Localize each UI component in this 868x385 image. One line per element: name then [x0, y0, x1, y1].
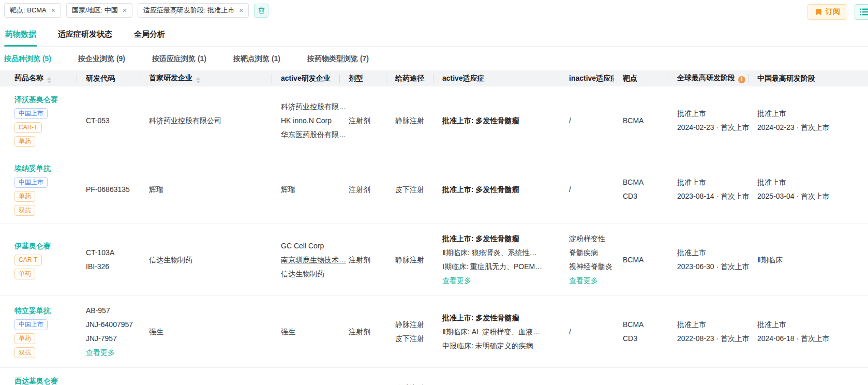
sort-up-icon: [196, 77, 200, 80]
subscribe-button[interactable]: 订阅: [807, 4, 847, 20]
filter-tag-label: 靶点: BCMA: [10, 6, 47, 15]
code-value: JNJ-4528: [86, 381, 134, 385]
dosage_form-value: 注射剂: [349, 253, 381, 267]
drug-name-link[interactable]: 泽沃基奥仑赛: [14, 94, 71, 105]
first_company-value: 科济药业控股有限公司: [149, 114, 266, 128]
code-value: CT-053: [86, 114, 134, 128]
active_indications-value: Ⅱ期临床: 狼疮肾炎、系统性…: [442, 246, 555, 260]
tab-drug-data[interactable]: 药物数据: [4, 25, 37, 46]
close-icon[interactable]: ×: [123, 7, 127, 14]
code-value: IBI-326: [86, 260, 134, 274]
cell-global_stage: 批准上市2023-06-30 · 首次上市: [668, 224, 748, 296]
subtab-by-drug-type[interactable]: 按药物类型浏览 (7): [307, 54, 369, 64]
trash-icon: [258, 7, 265, 14]
route-value: 静脉注射: [395, 381, 428, 385]
close-icon[interactable]: ×: [239, 7, 243, 14]
tag-wrap: 单药: [14, 191, 71, 202]
column-header-first_company[interactable]: 首家研发企业: [140, 70, 272, 86]
cell-first_company: 南京传奇生物科技有限公司: [140, 368, 272, 385]
view-more-link[interactable]: 查看更多: [86, 346, 134, 360]
cell-route: 皮下注射: [386, 155, 433, 224]
global_stage-value: 批准上市: [677, 175, 743, 189]
cell-global_stage: 批准上市2023-08-14 · 首次上市: [668, 155, 748, 224]
drug-name-link[interactable]: 特立妥单抗: [14, 305, 71, 316]
active_companies-value: HK inno.N Corp: [281, 114, 334, 128]
cell-target: BCMACD3: [613, 296, 668, 368]
cell-route: 静脉注射: [386, 86, 433, 155]
tab-indication-status[interactable]: 适应症研发状态: [57, 25, 113, 46]
active_companies-value: 强生: [281, 325, 334, 339]
view-more-link[interactable]: 查看更多: [569, 274, 608, 288]
subtab-by-drug[interactable]: 按品种浏览 (5): [4, 54, 51, 64]
drug-name-link[interactable]: 伊基奥仑赛: [14, 241, 71, 251]
filter-tag-label: 适应症最高研发阶段: 批准上市: [143, 6, 234, 15]
cell-active_companies: 强生南京传奇生物科技…: [272, 368, 339, 385]
drug-tag: 双抗: [14, 347, 35, 358]
filter-tag-stage[interactable]: 适应症最高研发阶段: 批准上市 ×: [138, 3, 249, 18]
cell-name: 西达基奥仑赛中国上市CAR-T单药: [0, 368, 77, 385]
subscribe-label: 订阅: [826, 7, 840, 17]
tag-wrap: 中国上市: [14, 319, 71, 330]
tag-wrap: 单药: [14, 269, 71, 279]
drug-tag: 中国上市: [14, 177, 48, 188]
column-header-name[interactable]: 药品名称: [0, 70, 77, 86]
code-value: JNJ-64007957: [86, 318, 134, 332]
sort-icon[interactable]: [196, 77, 200, 83]
tag-wrap: CAR-T: [14, 255, 71, 265]
cell-code: PF-06863135: [77, 155, 140, 224]
subtab-by-target[interactable]: 按靶点浏览 (1): [233, 54, 280, 64]
bookmark-icon: [815, 8, 822, 16]
sort-icon[interactable]: [47, 77, 51, 83]
active_indications-value: 批准上市: 多发性骨髓瘤: [442, 114, 555, 128]
drug-tag: 单药: [14, 269, 35, 279]
view-more-link[interactable]: 查看更多: [442, 274, 555, 288]
active_indications-value: Ⅰ期临床: 重症肌无力、POEM…: [442, 260, 555, 274]
global_stage-value: 2024-02-23 · 首次上市: [677, 121, 743, 135]
code-value: PF-06863135: [86, 183, 134, 197]
filter-tag-target[interactable]: 靶点: BCMA ×: [4, 3, 61, 18]
inactive_indications-value: /: [569, 114, 608, 128]
cell-name: 特立妥单抗中国上市单药双抗: [0, 296, 77, 368]
column-label: 给药途径: [395, 74, 424, 82]
cell-code: AB-957JNJ-64007957JNJ-7957查看更多: [77, 296, 140, 368]
route-value: 皮下注射: [395, 332, 428, 346]
close-icon[interactable]: ×: [51, 7, 55, 14]
drug-name-link[interactable]: 西达基奥仑赛: [14, 376, 71, 385]
cell-active_indications: 批准上市: 多发性骨髓瘤Ⅱ期临床: 狼疮肾炎、系统性…Ⅰ期临床: 重症肌无力、P…: [433, 224, 560, 296]
cell-code: CT-103AIBI-326: [77, 224, 140, 296]
subtab-by-company[interactable]: 按企业浏览 (9): [78, 54, 125, 64]
first_company-value: 辉瑞: [149, 183, 266, 197]
column-header-china_stage: 中国最高研发阶段: [748, 70, 868, 86]
drug-name-link[interactable]: 埃纳妥单抗: [14, 163, 71, 174]
info-icon[interactable]: i: [738, 76, 745, 83]
column-header-target: 靶点: [613, 70, 668, 86]
filter-tag-country[interactable]: 国家/地区: 中国 ×: [66, 3, 132, 18]
route-value: 皮下注射: [395, 183, 428, 197]
active_indications-value: 申报临床: 未明确定义的疾病: [442, 339, 555, 353]
cell-global_stage: 批准上市2022-08-23 · 首次上市: [668, 296, 748, 368]
route-value: 静脉注射: [395, 114, 428, 128]
subtab-by-indication[interactable]: 按适应症浏览 (1): [152, 54, 206, 64]
sort-down-icon: [47, 81, 51, 83]
main-tabs: 药物数据 适应症研发状态 全局分析: [0, 23, 868, 47]
active_companies-value: 华东医药股份有限…: [281, 128, 334, 142]
inactive_indications-value: /: [569, 325, 608, 339]
column-label: 靶点: [623, 74, 637, 82]
filter-bar: 靶点: BCMA × 国家/地区: 中国 × 适应症最高研发阶段: 批准上市 ×…: [0, 0, 868, 23]
list-view-button[interactable]: [855, 4, 868, 20]
cell-dosage_form: 注射剂: [339, 296, 386, 368]
target-value: CD3: [623, 332, 663, 346]
cell-active_indications: 批准上市: 多发性骨髓瘤: [433, 155, 560, 224]
cell-china_stage: 批准上市2025-03-04 · 首次上市: [748, 155, 868, 224]
clear-filters-button[interactable]: [254, 4, 268, 18]
column-label: 研发代码: [86, 74, 115, 82]
active_indications-value: 批准上市: 多发性骨髓瘤: [442, 311, 555, 325]
cell-first_company: 科济药业控股有限公司: [140, 86, 272, 155]
company-link[interactable]: 南京驯鹿生物技术…: [281, 253, 334, 267]
table-container: 药品名称研发代码首家研发企业active研发企业剂型给药途径active适应症i…: [0, 70, 868, 385]
target-value: BCMA: [623, 253, 663, 267]
column-header-global_stage[interactable]: 全球最高研发阶段i: [668, 70, 748, 86]
cell-china_stage: 批准上市2024-08-20 · 首次上市: [748, 368, 868, 385]
tab-global-analysis[interactable]: 全局分析: [133, 25, 166, 46]
column-label: 药品名称: [14, 73, 43, 82]
